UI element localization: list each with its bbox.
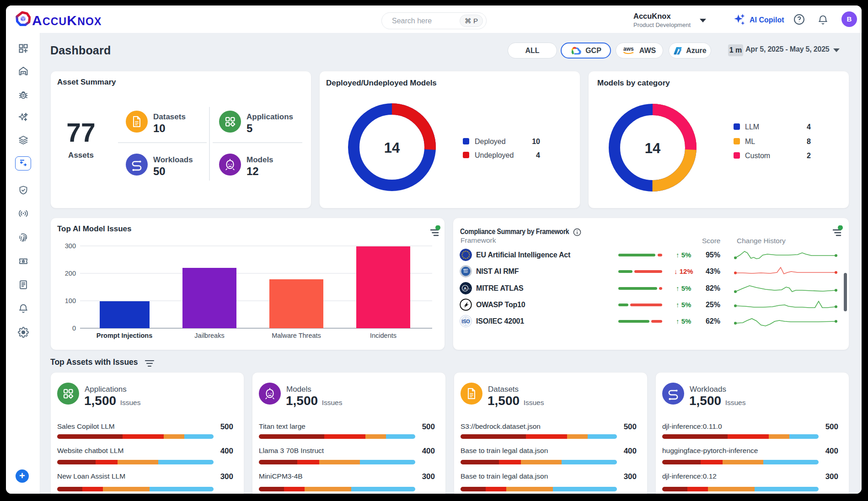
- svg-text:Prompt Injections: Prompt Injections: [96, 332, 152, 339]
- svg-text:A: A: [464, 286, 467, 291]
- svg-text:ISO: ISO: [461, 319, 470, 324]
- svg-text:Incidents: Incidents: [370, 332, 396, 339]
- svg-text:Malware Threats: Malware Threats: [272, 332, 321, 339]
- svg-text:300: 300: [65, 242, 76, 250]
- svg-text:14: 14: [384, 140, 400, 156]
- svg-text:0: 0: [72, 325, 76, 332]
- svg-text:Jailbreaks: Jailbreaks: [194, 332, 224, 339]
- svg-text:aws: aws: [623, 46, 634, 52]
- svg-text:200: 200: [65, 270, 76, 277]
- svg-text:100: 100: [65, 297, 76, 304]
- svg-text:RMF: RMF: [464, 271, 468, 273]
- svg-text:14: 14: [645, 140, 661, 156]
- svg-text:tlas: tlas: [468, 288, 471, 290]
